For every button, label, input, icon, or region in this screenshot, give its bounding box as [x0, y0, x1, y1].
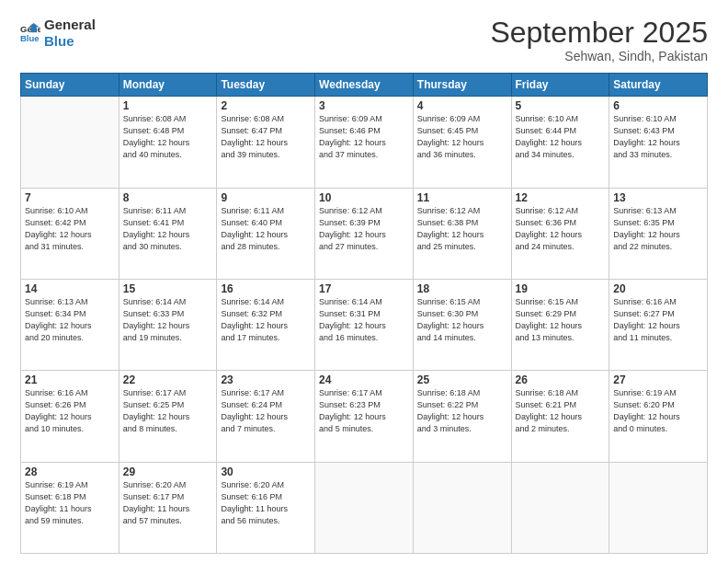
logo-text-general: General — [44, 17, 96, 33]
day-number: 15 — [123, 282, 213, 295]
day-info: Sunrise: 6:19 AM Sunset: 6:20 PM Dayligh… — [613, 387, 703, 435]
calendar-day-cell — [511, 462, 609, 553]
day-number: 2 — [221, 99, 311, 112]
logo-icon: General Blue — [20, 23, 40, 43]
calendar-day-cell: 6Sunrise: 6:10 AM Sunset: 6:43 PM Daylig… — [609, 97, 708, 188]
day-number: 13 — [613, 191, 703, 204]
calendar-day-cell: 13Sunrise: 6:13 AM Sunset: 6:35 PM Dayli… — [609, 188, 708, 279]
day-info: Sunrise: 6:19 AM Sunset: 6:18 PM Dayligh… — [25, 479, 115, 527]
calendar-day-cell: 3Sunrise: 6:09 AM Sunset: 6:46 PM Daylig… — [315, 97, 414, 188]
day-number: 28 — [25, 465, 115, 478]
day-info: Sunrise: 6:13 AM Sunset: 6:35 PM Dayligh… — [613, 205, 703, 253]
location: Sehwan, Sindh, Pakistan — [490, 49, 708, 63]
calendar-day-cell: 23Sunrise: 6:17 AM Sunset: 6:24 PM Dayli… — [217, 371, 315, 462]
title-block: September 2025 Sehwan, Sindh, Pakistan — [490, 17, 708, 63]
day-info: Sunrise: 6:09 AM Sunset: 6:45 PM Dayligh… — [417, 113, 507, 161]
svg-text:Blue: Blue — [20, 33, 40, 43]
day-info: Sunrise: 6:10 AM Sunset: 6:42 PM Dayligh… — [25, 205, 115, 253]
day-number: 16 — [221, 282, 311, 295]
day-number: 19 — [516, 282, 606, 295]
calendar-day-cell — [609, 462, 708, 553]
calendar-day-cell: 22Sunrise: 6:17 AM Sunset: 6:25 PM Dayli… — [119, 371, 217, 462]
logo-text-blue: Blue — [44, 33, 96, 50]
day-number: 17 — [319, 282, 409, 295]
calendar-day-cell: 18Sunrise: 6:15 AM Sunset: 6:30 PM Dayli… — [413, 279, 511, 370]
calendar-header-cell: Monday — [119, 74, 217, 97]
calendar-header-cell: Sunday — [21, 74, 119, 97]
day-number: 12 — [516, 191, 606, 204]
calendar-header-cell: Friday — [511, 74, 609, 97]
calendar-week-row: 1Sunrise: 6:08 AM Sunset: 6:48 PM Daylig… — [21, 97, 708, 188]
day-number: 21 — [25, 373, 115, 386]
day-info: Sunrise: 6:12 AM Sunset: 6:39 PM Dayligh… — [319, 205, 409, 253]
day-info: Sunrise: 6:16 AM Sunset: 6:27 PM Dayligh… — [613, 296, 703, 344]
day-number: 9 — [221, 191, 311, 204]
calendar-day-cell: 8Sunrise: 6:11 AM Sunset: 6:41 PM Daylig… — [119, 188, 217, 279]
day-info: Sunrise: 6:17 AM Sunset: 6:25 PM Dayligh… — [123, 387, 213, 435]
day-number: 3 — [319, 99, 409, 112]
day-number: 8 — [123, 191, 213, 204]
calendar-week-row: 28Sunrise: 6:19 AM Sunset: 6:18 PM Dayli… — [21, 462, 708, 553]
day-number: 26 — [516, 373, 606, 386]
header: General Blue General Blue September 2025… — [20, 17, 708, 63]
day-info: Sunrise: 6:10 AM Sunset: 6:44 PM Dayligh… — [516, 113, 606, 161]
day-number: 14 — [25, 282, 115, 295]
day-number: 23 — [221, 373, 311, 386]
calendar-day-cell: 21Sunrise: 6:16 AM Sunset: 6:26 PM Dayli… — [21, 371, 119, 462]
calendar-day-cell: 30Sunrise: 6:20 AM Sunset: 6:16 PM Dayli… — [217, 462, 315, 553]
calendar-day-cell: 29Sunrise: 6:20 AM Sunset: 6:17 PM Dayli… — [119, 462, 217, 553]
calendar-day-cell: 10Sunrise: 6:12 AM Sunset: 6:39 PM Dayli… — [315, 188, 414, 279]
calendar-day-cell — [315, 462, 414, 553]
calendar-day-cell — [21, 97, 119, 188]
calendar-week-row: 14Sunrise: 6:13 AM Sunset: 6:34 PM Dayli… — [21, 279, 708, 370]
day-info: Sunrise: 6:13 AM Sunset: 6:34 PM Dayligh… — [25, 296, 115, 344]
calendar-day-cell: 17Sunrise: 6:14 AM Sunset: 6:31 PM Dayli… — [315, 279, 414, 370]
calendar-day-cell: 12Sunrise: 6:12 AM Sunset: 6:36 PM Dayli… — [511, 188, 609, 279]
logo: General Blue General Blue — [20, 17, 96, 50]
calendar-header-row: SundayMondayTuesdayWednesdayThursdayFrid… — [21, 74, 708, 97]
calendar-day-cell: 14Sunrise: 6:13 AM Sunset: 6:34 PM Dayli… — [21, 279, 119, 370]
day-number: 27 — [613, 373, 703, 386]
day-number: 22 — [123, 373, 213, 386]
day-number: 6 — [613, 99, 703, 112]
day-number: 24 — [319, 373, 409, 386]
month-title: September 2025 — [490, 17, 708, 49]
calendar-day-cell: 27Sunrise: 6:19 AM Sunset: 6:20 PM Dayli… — [609, 371, 708, 462]
calendar-day-cell: 24Sunrise: 6:17 AM Sunset: 6:23 PM Dayli… — [315, 371, 414, 462]
day-number: 1 — [123, 99, 213, 112]
day-number: 4 — [417, 99, 507, 112]
day-number: 20 — [613, 282, 703, 295]
calendar-day-cell: 26Sunrise: 6:18 AM Sunset: 6:21 PM Dayli… — [511, 371, 609, 462]
day-number: 30 — [221, 465, 311, 478]
page: General Blue General Blue September 2025… — [0, 0, 728, 563]
calendar-body: 1Sunrise: 6:08 AM Sunset: 6:48 PM Daylig… — [21, 97, 708, 554]
day-info: Sunrise: 6:11 AM Sunset: 6:40 PM Dayligh… — [221, 205, 311, 253]
day-number: 11 — [417, 191, 507, 204]
day-info: Sunrise: 6:11 AM Sunset: 6:41 PM Dayligh… — [123, 205, 213, 253]
day-number: 25 — [417, 373, 507, 386]
calendar-day-cell: 15Sunrise: 6:14 AM Sunset: 6:33 PM Dayli… — [119, 279, 217, 370]
day-info: Sunrise: 6:16 AM Sunset: 6:26 PM Dayligh… — [25, 387, 115, 435]
day-info: Sunrise: 6:09 AM Sunset: 6:46 PM Dayligh… — [319, 113, 409, 161]
day-number: 10 — [319, 191, 409, 204]
day-number: 29 — [123, 465, 213, 478]
day-number: 5 — [516, 99, 606, 112]
day-info: Sunrise: 6:08 AM Sunset: 6:48 PM Dayligh… — [123, 113, 213, 161]
calendar-day-cell: 11Sunrise: 6:12 AM Sunset: 6:38 PM Dayli… — [413, 188, 511, 279]
day-info: Sunrise: 6:18 AM Sunset: 6:22 PM Dayligh… — [417, 387, 507, 435]
calendar-day-cell: 9Sunrise: 6:11 AM Sunset: 6:40 PM Daylig… — [217, 188, 315, 279]
calendar-day-cell: 2Sunrise: 6:08 AM Sunset: 6:47 PM Daylig… — [217, 97, 315, 188]
calendar-table: SundayMondayTuesdayWednesdayThursdayFrid… — [20, 73, 708, 554]
calendar-day-cell: 28Sunrise: 6:19 AM Sunset: 6:18 PM Dayli… — [21, 462, 119, 553]
calendar-day-cell: 1Sunrise: 6:08 AM Sunset: 6:48 PM Daylig… — [119, 97, 217, 188]
day-number: 7 — [25, 191, 115, 204]
day-info: Sunrise: 6:10 AM Sunset: 6:43 PM Dayligh… — [613, 113, 703, 161]
day-info: Sunrise: 6:12 AM Sunset: 6:36 PM Dayligh… — [516, 205, 606, 253]
calendar-day-cell: 5Sunrise: 6:10 AM Sunset: 6:44 PM Daylig… — [511, 97, 609, 188]
calendar-header-cell: Saturday — [609, 74, 708, 97]
calendar-week-row: 7Sunrise: 6:10 AM Sunset: 6:42 PM Daylig… — [21, 188, 708, 279]
calendar-day-cell — [413, 462, 511, 553]
day-info: Sunrise: 6:14 AM Sunset: 6:33 PM Dayligh… — [123, 296, 213, 344]
day-info: Sunrise: 6:14 AM Sunset: 6:32 PM Dayligh… — [221, 296, 311, 344]
day-info: Sunrise: 6:17 AM Sunset: 6:23 PM Dayligh… — [319, 387, 409, 435]
